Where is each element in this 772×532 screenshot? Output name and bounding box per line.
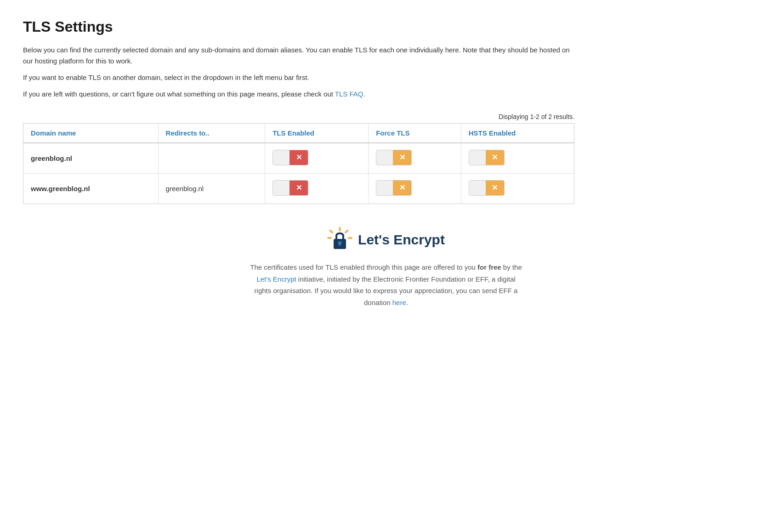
hsts-toggle-btn[interactable]: ✕ [486,150,504,165]
table-row: www.greenblog.nlgreenblog.nl ✕ ✕ ✕ [23,174,574,204]
footer-text-middle: by the [501,263,522,271]
lets-encrypt-description: The certificates used for TLS enabled th… [248,261,524,308]
lets-encrypt-link[interactable]: Let's Encrypt [256,275,296,283]
domain-name-value: www.greenblog.nl [31,185,90,192]
hsts-toggle[interactable]: ✕ [469,150,505,165]
tls-toggle[interactable]: ✕ [272,150,308,165]
cell-domain-name: greenblog.nl [23,143,159,174]
col-header-hsts-enabled: HSTS Enabled [461,124,574,143]
table-row: greenblog.nl ✕ ✕ ✕ [23,143,574,174]
x-icon: ✕ [296,154,302,161]
svg-rect-4 [327,237,332,239]
tls-faq-link[interactable]: TLS FAQ [335,90,363,98]
cell-domain-name: www.greenblog.nl [23,174,159,204]
here-link[interactable]: here [392,299,406,306]
description-2: If you want to enable TLS on another dom… [23,72,574,83]
footer-text-bold: for free [477,263,501,271]
cell-tls-enabled: ✕ [265,143,369,174]
x-icon: ✕ [399,154,405,161]
tls-toggle-btn[interactable]: ✕ [290,180,308,196]
col-header-tls-enabled: TLS Enabled [265,124,369,143]
description-3-suffix: . [363,90,365,98]
domain-name-value: greenblog.nl [31,154,72,162]
cell-hsts-enabled: ✕ [461,174,574,204]
cell-redirects-to [158,143,265,174]
lets-encrypt-lock-icon [327,227,352,252]
lets-encrypt-logo: Let's Encrypt [248,227,524,252]
x-icon: ✕ [296,184,302,192]
footer-text-prefix: The certificates used for TLS enabled th… [250,263,477,271]
force-tls-toggle-btn[interactable]: ✕ [393,150,411,165]
hsts-toggle-btn[interactable]: ✕ [486,180,504,196]
cell-force-tls: ✕ [369,174,461,204]
footer-text-end: . [406,299,408,306]
col-header-redirects: Redirects to.. [158,124,265,143]
force-tls-toggle[interactable]: ✕ [376,150,412,165]
x-icon: ✕ [399,184,405,192]
svg-rect-3 [329,229,334,234]
force-tls-toggle[interactable]: ✕ [376,180,412,196]
col-header-force-tls: Force TLS [369,124,461,143]
cell-redirects-to: greenblog.nl [158,174,265,204]
svg-rect-2 [348,237,352,239]
cell-hsts-enabled: ✕ [461,143,574,174]
svg-rect-0 [339,227,341,232]
tls-table: Domain name Redirects to.. TLS Enabled F… [23,123,574,204]
x-icon: ✕ [492,154,498,161]
lets-encrypt-section: Let's Encrypt The certificates used for … [248,227,524,308]
svg-rect-1 [344,229,349,234]
description-3: If you are left with questions, or can't… [23,89,574,100]
force-tls-toggle-btn[interactable]: ✕ [393,180,411,196]
description-1: Below you can find the currently selecte… [23,45,574,67]
tls-toggle-btn[interactable]: ✕ [290,150,308,165]
hsts-toggle[interactable]: ✕ [469,180,505,196]
cell-force-tls: ✕ [369,143,461,174]
tls-toggle[interactable]: ✕ [272,180,308,196]
cell-tls-enabled: ✕ [265,174,369,204]
page-title: TLS Settings [23,18,749,35]
results-count: Displaying 1-2 of 2 results. [23,113,574,120]
col-header-domain: Domain name [23,124,159,143]
lets-encrypt-title: Let's Encrypt [358,232,445,248]
description-3-prefix: If you are left with questions, or can't… [23,90,335,98]
x-icon: ✕ [492,184,498,192]
svg-rect-7 [339,243,341,246]
